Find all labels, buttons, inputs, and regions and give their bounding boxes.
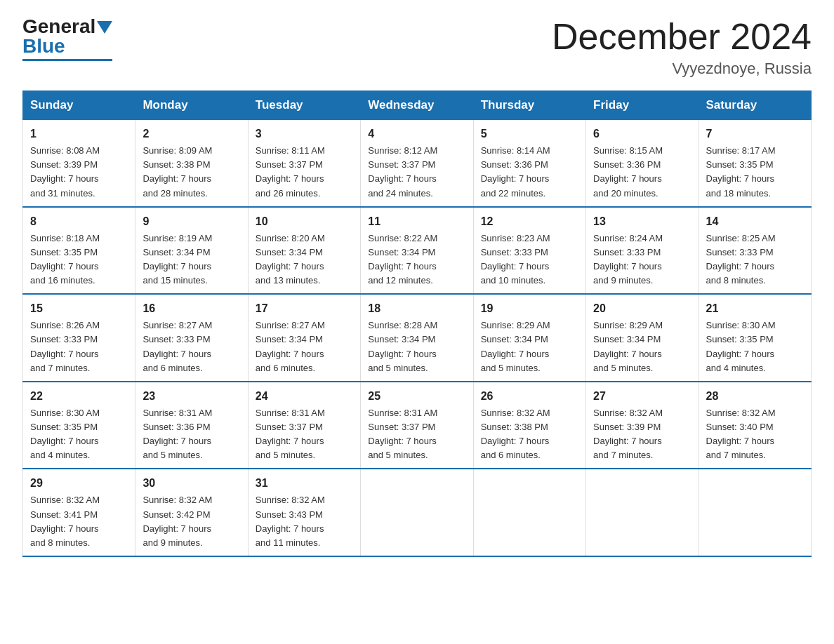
day-info: Sunrise: 8:25 AMSunset: 3:33 PMDaylight:… bbox=[706, 232, 804, 288]
day-number: 19 bbox=[481, 300, 578, 317]
calendar-day-cell bbox=[586, 469, 699, 556]
calendar-day-cell: 24Sunrise: 8:31 AMSunset: 3:37 PMDayligh… bbox=[248, 382, 360, 469]
day-info: Sunrise: 8:22 AMSunset: 3:34 PMDaylight:… bbox=[368, 232, 465, 288]
day-info: Sunrise: 8:31 AMSunset: 3:36 PMDaylight:… bbox=[143, 406, 240, 463]
calendar-day-cell: 7Sunrise: 8:17 AMSunset: 3:35 PMDaylight… bbox=[699, 120, 811, 207]
calendar-day-cell: 25Sunrise: 8:31 AMSunset: 3:37 PMDayligh… bbox=[361, 382, 473, 469]
day-number: 31 bbox=[256, 475, 353, 492]
day-info: Sunrise: 8:30 AMSunset: 3:35 PMDaylight:… bbox=[30, 406, 128, 463]
day-info: Sunrise: 8:32 AMSunset: 3:40 PMDaylight:… bbox=[706, 406, 804, 463]
calendar-day-cell bbox=[473, 469, 585, 556]
day-number: 1 bbox=[30, 126, 128, 142]
calendar-day-cell: 2Sunrise: 8:09 AMSunset: 3:38 PMDaylight… bbox=[135, 120, 248, 207]
day-number: 2 bbox=[143, 126, 240, 142]
calendar-day-cell bbox=[699, 469, 811, 556]
day-number: 18 bbox=[368, 300, 465, 317]
day-info: Sunrise: 8:18 AMSunset: 3:35 PMDaylight:… bbox=[30, 232, 128, 288]
calendar-week-row: 1Sunrise: 8:08 AMSunset: 3:39 PMDaylight… bbox=[23, 120, 812, 207]
day-info: Sunrise: 8:23 AMSunset: 3:33 PMDaylight:… bbox=[481, 232, 578, 288]
day-info: Sunrise: 8:20 AMSunset: 3:34 PMDaylight:… bbox=[256, 232, 353, 288]
day-number: 23 bbox=[143, 388, 240, 405]
day-info: Sunrise: 8:31 AMSunset: 3:37 PMDaylight:… bbox=[368, 406, 465, 463]
day-number: 26 bbox=[481, 388, 578, 405]
day-number: 4 bbox=[368, 126, 465, 142]
header-thursday: Thursday bbox=[473, 91, 585, 120]
logo: General Blue bbox=[22, 17, 112, 61]
logo-blue-text: Blue bbox=[22, 36, 65, 56]
day-number: 3 bbox=[256, 126, 353, 142]
calendar-day-cell: 1Sunrise: 8:08 AMSunset: 3:39 PMDaylight… bbox=[23, 120, 135, 207]
day-info: Sunrise: 8:19 AMSunset: 3:34 PMDaylight:… bbox=[143, 232, 240, 288]
day-info: Sunrise: 8:32 AMSunset: 3:42 PMDaylight:… bbox=[143, 493, 240, 550]
header-wednesday: Wednesday bbox=[361, 91, 473, 120]
calendar-day-cell: 14Sunrise: 8:25 AMSunset: 3:33 PMDayligh… bbox=[699, 207, 811, 295]
day-number: 21 bbox=[706, 300, 804, 317]
day-info: Sunrise: 8:32 AMSunset: 3:38 PMDaylight:… bbox=[481, 406, 578, 463]
calendar-day-cell: 31Sunrise: 8:32 AMSunset: 3:43 PMDayligh… bbox=[248, 469, 360, 556]
day-info: Sunrise: 8:17 AMSunset: 3:35 PMDaylight:… bbox=[706, 144, 804, 201]
calendar-day-cell: 13Sunrise: 8:24 AMSunset: 3:33 PMDayligh… bbox=[586, 207, 699, 295]
calendar-table: Sunday Monday Tuesday Wednesday Thursday… bbox=[22, 90, 812, 557]
calendar-week-row: 29Sunrise: 8:32 AMSunset: 3:41 PMDayligh… bbox=[23, 469, 812, 556]
header-saturday: Saturday bbox=[699, 91, 811, 120]
day-number: 17 bbox=[256, 300, 353, 317]
day-number: 5 bbox=[481, 126, 578, 142]
header-sunday: Sunday bbox=[23, 91, 135, 120]
day-number: 24 bbox=[256, 388, 353, 405]
calendar-day-cell: 18Sunrise: 8:28 AMSunset: 3:34 PMDayligh… bbox=[361, 294, 473, 382]
day-info: Sunrise: 8:09 AMSunset: 3:38 PMDaylight:… bbox=[143, 144, 240, 201]
day-number: 15 bbox=[30, 300, 128, 317]
day-info: Sunrise: 8:32 AMSunset: 3:43 PMDaylight:… bbox=[256, 493, 353, 550]
calendar-subtitle: Vyyezdnoye, Russia bbox=[552, 60, 812, 78]
svg-marker-0 bbox=[97, 21, 112, 34]
calendar-day-cell: 12Sunrise: 8:23 AMSunset: 3:33 PMDayligh… bbox=[473, 207, 585, 295]
calendar-day-cell: 15Sunrise: 8:26 AMSunset: 3:33 PMDayligh… bbox=[23, 294, 135, 382]
day-number: 20 bbox=[593, 300, 691, 317]
day-info: Sunrise: 8:32 AMSunset: 3:39 PMDaylight:… bbox=[593, 406, 691, 463]
weekday-header-row: Sunday Monday Tuesday Wednesday Thursday… bbox=[23, 91, 812, 120]
day-number: 13 bbox=[593, 213, 691, 230]
day-info: Sunrise: 8:27 AMSunset: 3:33 PMDaylight:… bbox=[143, 318, 240, 375]
calendar-day-cell bbox=[361, 469, 473, 556]
day-info: Sunrise: 8:29 AMSunset: 3:34 PMDaylight:… bbox=[593, 318, 691, 375]
calendar-week-row: 8Sunrise: 8:18 AMSunset: 3:35 PMDaylight… bbox=[23, 207, 812, 295]
day-number: 6 bbox=[593, 126, 691, 142]
calendar-day-cell: 11Sunrise: 8:22 AMSunset: 3:34 PMDayligh… bbox=[361, 207, 473, 295]
calendar-day-cell: 6Sunrise: 8:15 AMSunset: 3:36 PMDaylight… bbox=[586, 120, 699, 207]
calendar-day-cell: 9Sunrise: 8:19 AMSunset: 3:34 PMDaylight… bbox=[135, 207, 248, 295]
calendar-day-cell: 28Sunrise: 8:32 AMSunset: 3:40 PMDayligh… bbox=[699, 382, 811, 469]
day-number: 10 bbox=[256, 213, 353, 230]
calendar-day-cell: 30Sunrise: 8:32 AMSunset: 3:42 PMDayligh… bbox=[135, 469, 248, 556]
day-number: 7 bbox=[706, 126, 804, 142]
day-info: Sunrise: 8:32 AMSunset: 3:41 PMDaylight:… bbox=[30, 493, 128, 550]
day-number: 25 bbox=[368, 388, 465, 405]
day-number: 16 bbox=[143, 300, 240, 317]
calendar-day-cell: 16Sunrise: 8:27 AMSunset: 3:33 PMDayligh… bbox=[135, 294, 248, 382]
calendar-day-cell: 10Sunrise: 8:20 AMSunset: 3:34 PMDayligh… bbox=[248, 207, 360, 295]
day-number: 28 bbox=[706, 388, 804, 405]
calendar-day-cell: 5Sunrise: 8:14 AMSunset: 3:36 PMDaylight… bbox=[473, 120, 585, 207]
day-info: Sunrise: 8:15 AMSunset: 3:36 PMDaylight:… bbox=[593, 144, 691, 201]
day-number: 9 bbox=[143, 213, 240, 230]
day-info: Sunrise: 8:11 AMSunset: 3:37 PMDaylight:… bbox=[256, 144, 353, 201]
day-info: Sunrise: 8:26 AMSunset: 3:33 PMDaylight:… bbox=[30, 318, 128, 375]
header-friday: Friday bbox=[586, 91, 699, 120]
logo-underline bbox=[22, 59, 112, 61]
day-number: 8 bbox=[30, 213, 128, 230]
day-info: Sunrise: 8:24 AMSunset: 3:33 PMDaylight:… bbox=[593, 232, 691, 288]
day-number: 29 bbox=[30, 475, 128, 492]
calendar-day-cell: 19Sunrise: 8:29 AMSunset: 3:34 PMDayligh… bbox=[473, 294, 585, 382]
calendar-day-cell: 27Sunrise: 8:32 AMSunset: 3:39 PMDayligh… bbox=[586, 382, 699, 469]
day-info: Sunrise: 8:31 AMSunset: 3:37 PMDaylight:… bbox=[256, 406, 353, 463]
day-number: 12 bbox=[481, 213, 578, 230]
calendar-title: December 2024 bbox=[552, 17, 812, 57]
calendar-day-cell: 8Sunrise: 8:18 AMSunset: 3:35 PMDaylight… bbox=[23, 207, 135, 295]
calendar-day-cell: 17Sunrise: 8:27 AMSunset: 3:34 PMDayligh… bbox=[248, 294, 360, 382]
calendar-week-row: 22Sunrise: 8:30 AMSunset: 3:35 PMDayligh… bbox=[23, 382, 812, 469]
calendar-day-cell: 26Sunrise: 8:32 AMSunset: 3:38 PMDayligh… bbox=[473, 382, 585, 469]
day-info: Sunrise: 8:28 AMSunset: 3:34 PMDaylight:… bbox=[368, 318, 465, 375]
calendar-day-cell: 22Sunrise: 8:30 AMSunset: 3:35 PMDayligh… bbox=[23, 382, 135, 469]
calendar-day-cell: 29Sunrise: 8:32 AMSunset: 3:41 PMDayligh… bbox=[23, 469, 135, 556]
calendar-day-cell: 20Sunrise: 8:29 AMSunset: 3:34 PMDayligh… bbox=[586, 294, 699, 382]
calendar-day-cell: 3Sunrise: 8:11 AMSunset: 3:37 PMDaylight… bbox=[248, 120, 360, 207]
